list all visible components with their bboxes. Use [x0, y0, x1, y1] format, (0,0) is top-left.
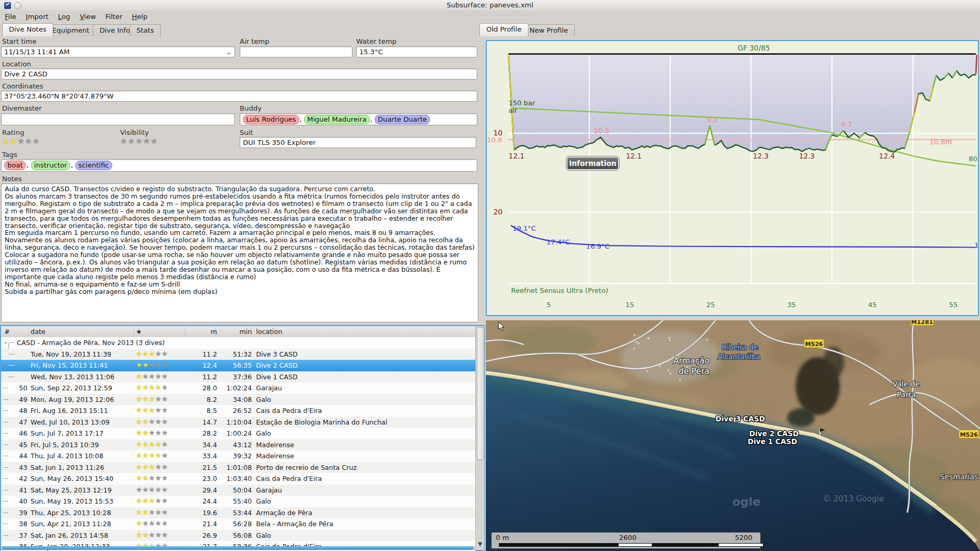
coordinates-input[interactable]: 37°05'23.460"N 8°20'47.879"W	[1, 91, 477, 102]
dive-depth: 19.6	[187, 509, 217, 517]
buddy-pill[interactable]: Luís Rodrigues	[243, 115, 299, 124]
table-row[interactable]: 37Sat, Jan 26, 2013 14:58★★★★★26.956:08G…	[1, 530, 475, 542]
location-label: Location	[2, 60, 31, 68]
water-temp-input[interactable]: 15.3°C	[356, 46, 477, 57]
rating-stars[interactable]: ★★★★★	[2, 136, 40, 146]
table-row[interactable]: 40Sun, May 19, 2013 15:53★★★★★24.455:40G…	[1, 496, 475, 507]
table-row[interactable]: 39Thu, Apr 25, 2013 10:28★★★★★19.653:44A…	[1, 507, 475, 519]
table-row[interactable]: 41Sat, May 25, 2013 12:19★★★★★29.450:04G…	[1, 485, 475, 496]
air-temp-input[interactable]	[240, 46, 352, 57]
menu-item-view[interactable]: View	[80, 13, 96, 21]
dive-rating-stars: ★★★★★	[136, 508, 168, 516]
vertical-scrollbar-thumb[interactable]	[477, 327, 484, 460]
notes-textarea[interactable]: Aula do curso CASD. Transectos c/video e…	[1, 183, 478, 322]
table-row[interactable]: 44Thu, Jul 4, 2013 10:08★★★★★33.439:32Ma…	[1, 450, 475, 462]
table-row[interactable]: 43Sat, Jun 1, 2013 11:26★★★★★21.51:01:08…	[1, 462, 475, 474]
dive-profile-chart[interactable]: GF 30/85150 barair8010.810.8m10205152535…	[487, 41, 978, 315]
column-header-duration[interactable]: min	[217, 328, 252, 336]
dive-date: Sat, May 25, 2013 12:19	[31, 486, 112, 494]
column-header-date[interactable]: date	[31, 328, 131, 336]
suit-input[interactable]: DUI TLS 350 Explorer	[240, 137, 476, 148]
dive-duration: 51:32	[217, 350, 252, 358]
time-axis-tick: 45	[868, 301, 877, 309]
tag-pill[interactable]: scientific	[75, 161, 112, 170]
dive-site-label: Dive 3 CASD	[716, 415, 765, 423]
location-input[interactable]: Dive 2 CASD	[1, 68, 477, 80]
app-icon	[4, 2, 11, 9]
menu-item-help[interactable]: Help	[132, 13, 148, 21]
chevron-down-icon[interactable]: ⌄	[226, 47, 231, 57]
information-button[interactable]: Information	[566, 156, 619, 170]
dive-list-header[interactable]: #date★mminlocation	[1, 326, 484, 338]
divemaster-input[interactable]	[1, 113, 235, 125]
dive-rating-stars: ★★★★★	[136, 418, 168, 426]
tag-pill[interactable]: boat	[4, 161, 26, 170]
buddy-input[interactable]: Luís Rodrigues, Miguel Madureira, Duarte…	[240, 113, 477, 125]
buddy-pill[interactable]: Miguel Madureira	[304, 115, 370, 124]
dive-location: Dive 1 CASD	[256, 373, 298, 381]
column-header-stars[interactable]: ★	[136, 328, 183, 336]
map-copyright: © 2013 Google	[823, 494, 884, 504]
menu-item-filter[interactable]: Filter	[105, 13, 122, 21]
scale-segment	[718, 543, 763, 547]
temperature-label: 16.9°C	[974, 241, 978, 249]
avg-depth-right-label: 10.8m	[929, 137, 952, 146]
table-row[interactable]: 50Sun, Sep 22, 2013 12:59★★★★★28.01:02:2…	[1, 382, 475, 394]
title-bar[interactable]: Subsurface: paneves.xml	[0, 0, 980, 11]
scale-segment	[652, 543, 718, 547]
coordinates-label: Coordinates	[2, 82, 43, 90]
satellite-map-image[interactable]: Armaçãode PêraRibeira deAlcantarilhaVale…	[486, 320, 980, 551]
table-row[interactable]: 38Sun, Apr 21, 2013 11:28★★★★★21.456:28B…	[1, 518, 475, 530]
tab-stats[interactable]: Stats	[130, 24, 161, 36]
visibility-stars[interactable]: ★★★★★	[120, 136, 158, 146]
buddy-label: Buddy	[240, 104, 261, 112]
dive-duration: 53:44	[217, 509, 252, 517]
table-row[interactable]: Wed, Nov 13, 2013 11:06★★★★★11.237:36Div…	[1, 371, 475, 383]
table-row[interactable]: 48Fri, Aug 16, 2013 15:11★★★★★8.526:52Ca…	[1, 405, 475, 417]
table-row[interactable]: 42Sun, May 26, 2013 15:40★★★★★23.01:03:4…	[1, 473, 475, 485]
table-row[interactable]: 49Mon, Aug 19, 2013 12:06★★★★★8.234:08Ga…	[1, 394, 475, 406]
tab-new-profile[interactable]: New Profile	[523, 24, 575, 36]
window-menu-button[interactable]	[14, 2, 22, 9]
table-row[interactable]: 46Sun, Jul 7, 2013 17:17★★★★★28.21:00:24…	[1, 428, 475, 439]
column-header-depth[interactable]: m	[187, 328, 217, 336]
dive-depth: 29.4	[187, 486, 217, 494]
menu-item-log[interactable]: Log	[58, 13, 70, 21]
table-row[interactable]: Fri, Nov 15, 2013 11:41★★★★★12.456:35Div…	[1, 360, 475, 371]
scroll-down-arrow-icon[interactable]: ▼	[477, 540, 483, 548]
dive-location: Armação de Pêra	[256, 509, 312, 517]
tab-old-profile[interactable]: Old Profile	[479, 23, 528, 36]
dive-location: Cais da Pedra d'Eira	[256, 407, 322, 415]
column-header-location[interactable]: location	[256, 328, 477, 336]
table-row[interactable]: Tue, Nov 19, 2013 11:39★★★★★11.251:32Div…	[1, 349, 475, 360]
start-time-combo[interactable]: 11/15/13 11:41 AM ⌄	[1, 46, 235, 57]
dive-site-label: Dive 2 CASD	[749, 429, 799, 438]
dive-rating-stars: ★★★★★	[136, 486, 168, 494]
buddy-pill[interactable]: Duarte Duarte	[375, 115, 430, 124]
menu-item-import[interactable]: Import	[26, 13, 48, 21]
dive-site-map[interactable]: Armaçãode PêraRibeira deAlcantarilhaVale…	[486, 320, 980, 551]
dive-date: Fri, Aug 16, 2013 15:11	[31, 407, 108, 415]
dive-group-row[interactable]: ⌄CASD - Armação de Pêra, Nov 2013 (3 div…	[1, 337, 475, 349]
dive-depth: 26.9	[187, 532, 217, 539]
tab-dive-notes[interactable]: Dive Notes	[2, 23, 53, 36]
horizontal-scrollbar[interactable]	[1, 546, 475, 550]
tag-pill[interactable]: instructor	[31, 161, 71, 170]
dive-duration: 1:01:08	[217, 464, 252, 471]
dive-rating-stars: ★★★★★	[136, 519, 168, 527]
dive-number: 44	[4, 452, 27, 460]
column-header-num[interactable]: #	[4, 328, 25, 336]
horizontal-scrollbar-thumb[interactable]	[2, 546, 473, 550]
menu-item-file[interactable]: File	[5, 13, 16, 21]
table-row[interactable]: 45Fri, Jul 5, 2013 10:39★★★★★34.443:12Ma…	[1, 439, 475, 451]
time-axis-tick: 35	[787, 301, 796, 309]
expander-chevron-icon[interactable]: ⌄	[3, 338, 8, 345]
time-axis-tick: 25	[706, 301, 715, 309]
dive-depth: 21.5	[187, 464, 217, 471]
table-row[interactable]: 47Wed, Jul 10, 2013 13:09★★★★★14.71:10:0…	[1, 417, 475, 428]
dive-date: Mon, Aug 19, 2013 12:06	[31, 396, 114, 404]
dive-date: Sun, May 19, 2013 15:53	[31, 497, 113, 505]
vertical-scrollbar[interactable]: ▼	[475, 326, 484, 550]
tags-input[interactable]: boat, instructor, scientific	[1, 159, 477, 172]
column-separator	[134, 328, 134, 336]
